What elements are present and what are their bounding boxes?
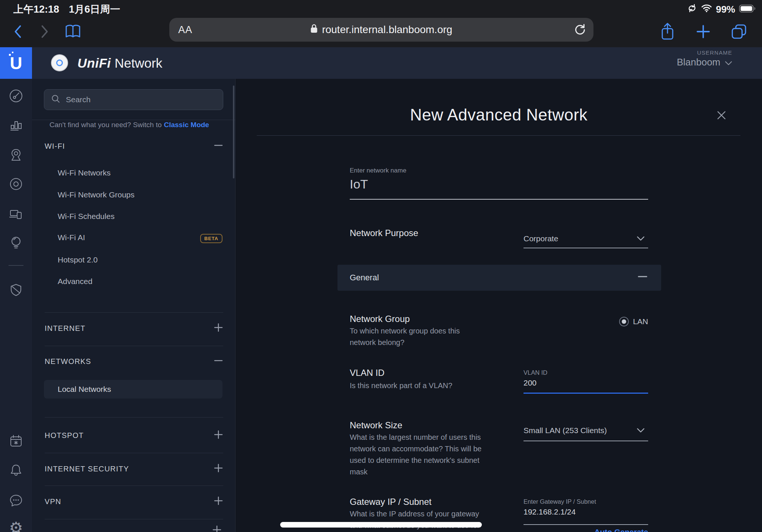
settings-gear-icon[interactable]: ⚙ bbox=[8, 520, 24, 532]
auto-generate-link[interactable]: Auto Generate bbox=[524, 528, 648, 532]
console-avatar[interactable] bbox=[51, 54, 68, 71]
refresh-button[interactable] bbox=[573, 23, 587, 38]
collapse-minus-icon[interactable] bbox=[214, 356, 223, 367]
focused-input-underline bbox=[524, 393, 648, 394]
search-placeholder: Search bbox=[66, 95, 91, 104]
bookmarks-button[interactable] bbox=[63, 16, 83, 47]
user-menu[interactable]: USERNAME Blanboom bbox=[677, 49, 732, 68]
section-vpn[interactable]: VPN bbox=[45, 496, 223, 507]
purpose-select[interactable]: Corporate bbox=[524, 234, 558, 243]
collapse-minus-icon[interactable] bbox=[637, 271, 648, 284]
network-group-title: Network Group bbox=[350, 314, 410, 324]
sidebar-item-wifi-network-groups[interactable]: Wi-Fi Network Groups bbox=[58, 190, 135, 199]
sidebar-item-advanced[interactable]: Advanced bbox=[58, 277, 92, 286]
sidebar-item-local-networks[interactable]: Local Networks bbox=[44, 380, 222, 399]
divider bbox=[45, 519, 223, 519]
section-wifi[interactable]: WI-FI bbox=[45, 141, 223, 152]
share-button[interactable] bbox=[659, 16, 676, 47]
gateway-title: Gateway IP / Subnet bbox=[350, 497, 432, 507]
gateway-desc: What is the IP address of your gateway a… bbox=[350, 508, 487, 531]
network-name-label: Enter network name bbox=[350, 167, 406, 174]
new-tab-button[interactable] bbox=[694, 16, 712, 47]
topology-map-icon[interactable] bbox=[8, 147, 24, 163]
divider bbox=[45, 312, 223, 313]
support-chat-icon[interactable] bbox=[8, 492, 24, 509]
divider bbox=[45, 453, 223, 453]
section-hotspot[interactable]: HOTSPOT bbox=[45, 430, 223, 441]
select-underline bbox=[524, 441, 648, 441]
back-button[interactable] bbox=[9, 16, 27, 47]
status-bar-right: 99% bbox=[687, 3, 756, 16]
gateway-field-label: Enter Gateway IP / Subnet bbox=[524, 498, 596, 505]
status-date: 1月6日周一 bbox=[69, 3, 120, 16]
insights-icon[interactable] bbox=[8, 234, 24, 251]
icon-rail: ⚙ bbox=[0, 79, 32, 532]
ubiquiti-logo[interactable]: U bbox=[0, 47, 32, 79]
close-icon[interactable] bbox=[715, 109, 728, 122]
general-section-header[interactable]: General bbox=[337, 265, 661, 291]
expand-plus-icon[interactable] bbox=[214, 496, 223, 507]
tabs-button[interactable] bbox=[729, 16, 749, 47]
expand-plus-icon[interactable] bbox=[214, 463, 223, 475]
lan-radio-label: LAN bbox=[633, 317, 648, 326]
status-time: 上午12:18 bbox=[13, 3, 59, 16]
unifi-devices-icon[interactable] bbox=[8, 176, 24, 192]
reader-options-button[interactable]: AA bbox=[178, 24, 192, 36]
expand-plus-icon[interactable] bbox=[214, 323, 223, 334]
classic-mode-hint: Can't find what you need? Switch toClass… bbox=[49, 121, 209, 129]
home-indicator[interactable] bbox=[280, 522, 482, 528]
lock-icon bbox=[310, 23, 318, 36]
whats-new-icon[interactable] bbox=[8, 433, 24, 449]
expand-plus-icon[interactable] bbox=[212, 525, 222, 532]
chevron-down-icon[interactable] bbox=[637, 428, 645, 434]
security-icon[interactable] bbox=[8, 282, 24, 298]
collapse-minus-icon[interactable] bbox=[214, 141, 223, 152]
app-title: UniFi Network bbox=[77, 56, 162, 71]
hint-text: Can't find what you need? Switch to bbox=[49, 121, 161, 129]
search-input[interactable]: Search bbox=[44, 89, 223, 110]
purpose-label: Network Purpose bbox=[350, 228, 418, 238]
sidebar-item-wifi-schedules[interactable]: Wi-Fi Schedules bbox=[58, 212, 115, 221]
radio-selected-icon[interactable] bbox=[619, 317, 629, 326]
divider bbox=[45, 346, 223, 346]
orientation-lock-icon bbox=[687, 3, 697, 16]
forward-button[interactable] bbox=[36, 16, 54, 47]
wifi-icon bbox=[701, 4, 712, 15]
network-size-desc: What is the largest number of users this… bbox=[350, 432, 496, 478]
chevron-down-icon[interactable] bbox=[637, 236, 645, 242]
clients-icon[interactable] bbox=[8, 206, 24, 222]
battery-icon bbox=[739, 4, 756, 15]
search-icon bbox=[51, 94, 61, 105]
vlan-title: VLAN ID bbox=[350, 368, 384, 378]
network-group-desc: To which network group does this network… bbox=[350, 325, 476, 348]
address-bar[interactable]: AA router.internal.blanboom.org bbox=[169, 18, 593, 42]
gateway-input[interactable]: 192.168.2.1/24 bbox=[524, 507, 576, 516]
network-size-select[interactable]: Small LAN (253 Clients) bbox=[524, 426, 607, 435]
lan-radio[interactable]: LAN bbox=[524, 317, 648, 326]
sidebar-item-wifi-networks[interactable]: Wi-Fi Networks bbox=[58, 168, 111, 177]
section-networks[interactable]: NETWORKS bbox=[45, 356, 223, 367]
new-network-dialog: New Advanced Network Enter network name … bbox=[236, 79, 762, 532]
url-display: router.internal.blanboom.org bbox=[310, 23, 452, 36]
vlan-input[interactable]: 200 bbox=[524, 378, 537, 387]
notifications-icon[interactable] bbox=[8, 462, 24, 478]
sidebar-item-hotspot-20[interactable]: Hotspot 2.0 bbox=[58, 255, 97, 264]
rail-divider bbox=[9, 265, 23, 266]
classic-mode-link[interactable]: Classic Mode bbox=[164, 121, 209, 129]
battery-percent: 99% bbox=[716, 4, 735, 15]
dashboard-icon[interactable] bbox=[8, 88, 24, 104]
vlan-field-label: VLAN ID bbox=[524, 369, 547, 376]
section-internet[interactable]: INTERNET bbox=[45, 323, 223, 334]
sidebar-item-wifi-ai[interactable]: Wi-Fi AI bbox=[58, 233, 85, 242]
input-underline bbox=[350, 199, 648, 200]
network-name-input[interactable]: IoT bbox=[350, 177, 368, 191]
ipad-screen: 上午12:18 1月6日周一 99% AA bbox=[0, 0, 762, 532]
select-underline bbox=[524, 248, 648, 248]
network-size-title: Network Size bbox=[350, 420, 402, 431]
safari-chrome: 上午12:18 1月6日周一 99% AA bbox=[0, 0, 762, 47]
divider bbox=[32, 120, 236, 120]
section-internet-security[interactable]: INTERNET SECURITY bbox=[45, 463, 223, 474]
expand-plus-icon[interactable] bbox=[214, 430, 223, 441]
statistics-icon[interactable] bbox=[8, 117, 24, 133]
sidebar-scrollbar[interactable] bbox=[233, 86, 234, 178]
